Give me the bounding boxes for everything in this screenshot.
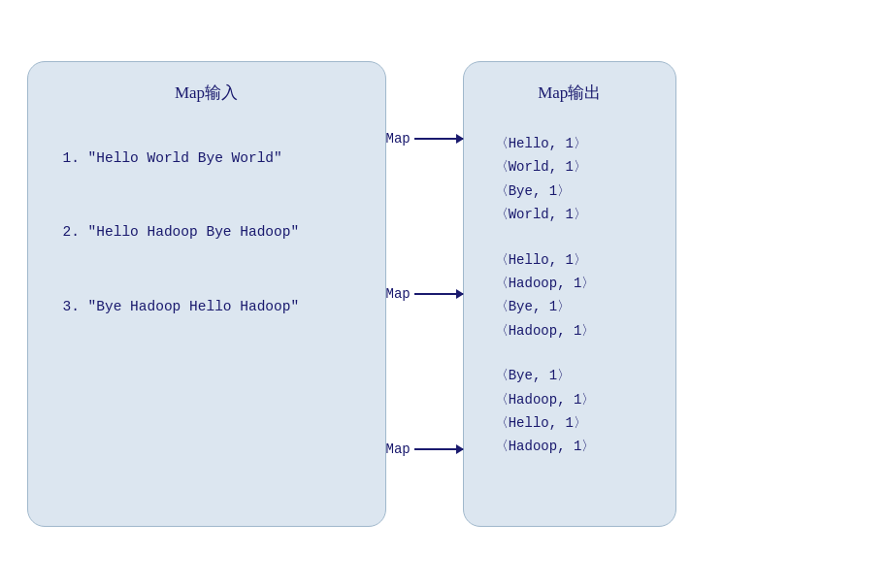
output-item-3-1: 〈Bye, 1〉 [495,365,648,386]
output-groups: 〈Hello, 1〉 〈World, 1〉 〈Bye, 1〉 〈World, 1… [491,121,648,470]
input-box: Map输入 1. "Hello World Bye World" 2. "Hel… [27,61,386,527]
arrow-line-1 [414,138,463,140]
arrow-label-3: Map [386,441,411,457]
output-box: Map输出 〈Hello, 1〉 〈World, 1〉 〈Bye, 1〉 〈Wo… [463,61,676,527]
output-item-2-2: 〈Hadoop, 1〉 [495,273,648,294]
arrow-label-1: Map [386,131,411,147]
diagram: Map输入 1. "Hello World Bye World" 2. "Hel… [27,61,862,527]
output-box-title: Map输出 [491,82,648,104]
input-item-1: 1. "Hello World Bye World" [55,121,358,195]
input-text-3: "Bye Hadoop Hello Hadoop" [88,299,300,314]
arrow-group-1: Map [386,131,463,147]
output-item-1-2: 〈World, 1〉 [495,156,648,178]
output-item-1-3: 〈Bye, 1〉 [495,180,648,202]
input-item-3: 3. "Bye Hadoop Hello Hadoop" [55,270,358,343]
arrow-3 [414,448,463,450]
output-item-2-4: 〈Hadoop, 1〉 [495,320,648,342]
output-item-1-1: 〈Hello, 1〉 [495,133,648,154]
output-item-1-4: 〈World, 1〉 [495,204,648,225]
output-item-3-2: 〈Hadoop, 1〉 [495,389,648,410]
output-group-1: 〈Hello, 1〉 〈World, 1〉 〈Bye, 1〉 〈World, 1… [491,121,648,238]
arrow-label-2: Map [386,286,411,302]
output-group-2: 〈Hello, 1〉 〈Hadoop, 1〉 〈Bye, 1〉 〈Hadoop,… [491,238,648,354]
output-group-3: 〈Bye, 1〉 〈Hadoop, 1〉 〈Hello, 1〉 〈Hadoop,… [491,353,648,470]
output-item-3-4: 〈Hadoop, 1〉 [495,436,648,457]
output-item-2-3: 〈Bye, 1〉 [495,296,648,317]
output-item-2-1: 〈Hello, 1〉 [495,249,648,271]
input-items: 1. "Hello World Bye World" 2. "Hello Had… [55,121,358,343]
input-text-2: "Hello Hadoop Bye Hadoop" [88,224,300,240]
arrow-group-3: Map [386,441,463,457]
arrow-line-3 [414,448,463,450]
arrow-line-2 [414,293,463,295]
input-box-title: Map输入 [55,82,358,104]
arrow-group-2: Map [386,286,463,302]
input-text-1: "Hello World Bye World" [88,150,282,166]
middle-section: Map Map Map [386,61,463,527]
input-item-2: 2. "Hello Hadoop Bye Hadoop" [55,195,358,269]
arrow-2 [414,293,463,295]
output-item-3-3: 〈Hello, 1〉 [495,412,648,434]
arrow-1 [414,138,463,140]
